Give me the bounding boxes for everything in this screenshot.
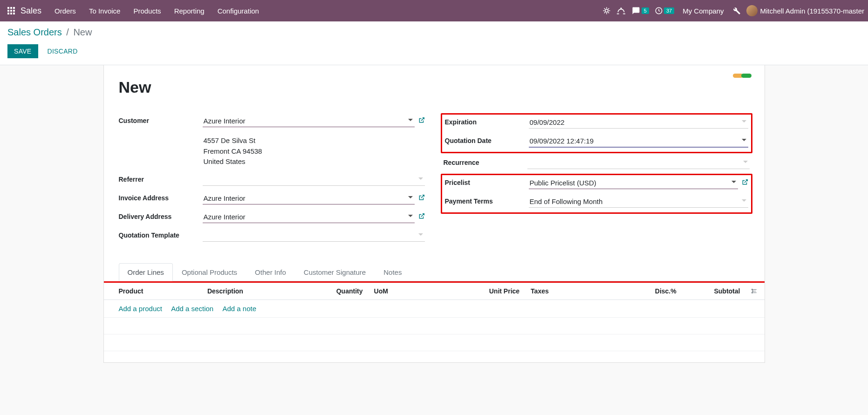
add-product-link[interactable]: Add a product [119, 305, 162, 313]
activities-badge: 37 [664, 7, 674, 14]
expiration-input[interactable] [529, 116, 748, 129]
top-navbar: Sales Orders To Invoice Products Reporti… [0, 0, 868, 21]
svg-rect-5 [13, 10, 15, 12]
messages-badge: 5 [642, 7, 649, 14]
form-left-col: Customer [119, 115, 425, 248]
form-sheet: New Customer [103, 65, 765, 363]
activities-icon[interactable]: 37 [655, 7, 674, 15]
apps-icon[interactable] [4, 3, 19, 18]
breadcrumb-root[interactable]: Sales Orders [7, 27, 62, 37]
nav-configuration[interactable]: Configuration [212, 4, 265, 18]
external-link-icon[interactable] [742, 177, 748, 185]
nav-menu: Orders To Invoice Products Reporting Con… [49, 4, 265, 18]
svg-point-12 [752, 289, 753, 290]
table-row [104, 334, 765, 351]
nav-to-invoice[interactable]: To Invoice [83, 4, 126, 18]
svg-rect-4 [10, 10, 12, 12]
save-button[interactable]: SAVE [7, 44, 38, 58]
svg-rect-6 [7, 13, 9, 14]
highlight-box-dates: Expiration Quotation Date [441, 113, 752, 153]
tab-order-lines[interactable]: Order Lines [119, 263, 173, 281]
tools-icon[interactable] [732, 7, 741, 15]
quotation-date-input[interactable] [529, 135, 748, 148]
svg-rect-3 [7, 10, 9, 12]
svg-rect-8 [13, 13, 15, 14]
recurrence-input[interactable] [527, 157, 750, 169]
pricelist-label: Pricelist [445, 177, 529, 186]
invoice-address-input[interactable] [203, 192, 415, 204]
payment-terms-input[interactable] [529, 196, 748, 208]
table-row-actions: Add a product Add a section Add a note [104, 299, 765, 317]
expiration-label: Expiration [445, 116, 529, 126]
customer-label: Customer [119, 115, 203, 124]
col-uom: UoM [369, 283, 427, 300]
add-note-link[interactable]: Add a note [223, 305, 257, 313]
external-link-icon[interactable] [418, 192, 425, 201]
svg-rect-2 [13, 7, 15, 9]
user-name: Mitchell Admin (19155370-master [760, 7, 864, 15]
invoice-address-label: Invoice Address [119, 192, 203, 202]
quotation-template-label: Quotation Template [119, 230, 203, 239]
discard-button[interactable]: DISCARD [41, 44, 84, 58]
breadcrumb-current: New [73, 27, 92, 37]
add-section-link[interactable]: Add a section [171, 305, 213, 313]
tab-other-info[interactable]: Other Info [246, 263, 295, 281]
quotation-template-input[interactable] [203, 230, 425, 242]
breadcrumb: Sales Orders / New [7, 27, 861, 38]
svg-point-14 [752, 292, 753, 293]
external-link-icon[interactable] [418, 211, 425, 219]
control-panel: Sales Orders / New SAVE DISCARD [0, 21, 868, 65]
table-row [104, 317, 765, 334]
status-indicator [733, 72, 752, 79]
tabs: Order Lines Optional Products Other Info… [119, 263, 750, 281]
nav-reporting[interactable]: Reporting [169, 4, 210, 18]
form-right-col: Expiration Quotation Date [444, 115, 750, 248]
debug-icon[interactable] [602, 7, 611, 15]
referrer-input[interactable] [203, 174, 425, 186]
svg-rect-0 [7, 7, 9, 9]
svg-rect-1 [10, 7, 12, 9]
user-menu[interactable]: Mitchell Admin (19155370-master [746, 5, 864, 16]
customer-input[interactable] [203, 115, 415, 127]
external-link-icon[interactable] [418, 115, 425, 123]
col-description: Description [202, 283, 314, 300]
app-brand[interactable]: Sales [21, 6, 41, 16]
avatar [746, 5, 758, 16]
tab-notes[interactable]: Notes [375, 263, 410, 281]
svg-point-13 [752, 291, 753, 292]
delivery-address-input[interactable] [203, 211, 415, 223]
order-lines-table: Product Description Quantity UoM Unit Pr… [104, 283, 765, 351]
col-options[interactable] [745, 283, 764, 300]
col-taxes: Taxes [525, 283, 633, 300]
quotation-date-label: Quotation Date [445, 135, 529, 144]
tab-customer-signature[interactable]: Customer Signature [295, 263, 375, 281]
breadcrumb-sep: / [66, 27, 69, 37]
payment-terms-label: Payment Terms [445, 196, 529, 205]
customer-address: 4557 De Silva St Fremont CA 94538 United… [203, 134, 263, 169]
highlight-box-pricing: Pricelist [441, 174, 752, 214]
svg-point-10 [621, 8, 622, 9]
svg-rect-7 [10, 13, 12, 14]
pricelist-input[interactable] [529, 177, 738, 189]
col-subtotal: Subtotal [682, 283, 746, 300]
recurrence-label: Recurrence [444, 157, 527, 166]
company-switcher[interactable]: My Company [680, 7, 726, 15]
col-quantity: Quantity [314, 283, 369, 300]
col-product: Product [104, 283, 202, 300]
svg-point-9 [605, 9, 608, 12]
tab-optional-products[interactable]: Optional Products [173, 263, 246, 281]
col-disc: Disc.% [633, 283, 682, 300]
messages-icon[interactable]: 5 [631, 7, 649, 15]
page-title: New [119, 78, 750, 96]
col-unit-price: Unit Price [427, 283, 525, 300]
support-icon[interactable] [616, 7, 626, 15]
delivery-address-label: Delivery Address [119, 211, 203, 220]
nav-products[interactable]: Products [128, 4, 166, 18]
referrer-label: Referrer [119, 174, 203, 183]
nav-orders[interactable]: Orders [49, 4, 82, 18]
